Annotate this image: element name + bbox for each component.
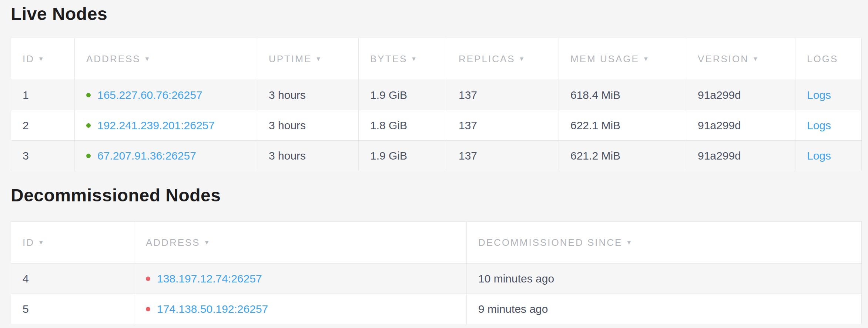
- node-uptime-cell: 3 hours: [257, 141, 359, 171]
- sort-arrow-icon: ▾: [627, 238, 631, 246]
- column-header-address[interactable]: ADDRESS▾: [75, 38, 257, 80]
- column-header-bytes[interactable]: BYTES▾: [359, 38, 447, 80]
- live-status-icon: [86, 93, 91, 97]
- node-id-cell: 5: [11, 294, 134, 324]
- decommissioned-nodes-table: ID▾ ADDRESS▾ DECOMMISSIONED SINCE▾ 4 138…: [11, 221, 862, 324]
- column-header-uptime[interactable]: UPTIME▾: [257, 38, 359, 80]
- logs-link[interactable]: Logs: [807, 119, 831, 131]
- decommissioned-status-icon: [146, 277, 150, 281]
- column-header-label: REPLICAS: [459, 53, 515, 64]
- node-logs-cell: Logs: [795, 110, 862, 141]
- column-header-label: VERSION: [698, 53, 749, 64]
- sort-arrow-icon: ▾: [316, 55, 320, 63]
- column-header-label: MEM USAGE: [570, 53, 639, 64]
- column-header-label: ADDRESS: [146, 237, 200, 248]
- node-address-link[interactable]: 192.241.239.201:26257: [97, 119, 215, 131]
- column-header-id[interactable]: ID▾: [11, 222, 134, 264]
- node-address-link[interactable]: 165.227.60.76:26257: [97, 89, 202, 101]
- sort-arrow-icon: ▾: [205, 238, 209, 246]
- column-header-mem-usage[interactable]: MEM USAGE▾: [559, 38, 686, 80]
- sort-arrow-icon: ▾: [39, 55, 43, 63]
- live-status-icon: [86, 123, 91, 128]
- sort-arrow-icon: ▾: [412, 55, 416, 63]
- column-header-decommissioned-since[interactable]: DECOMMISSIONED SINCE▾: [467, 222, 862, 264]
- nodes-page: Live Nodes ID▾ ADDRESS▾ UPTIME▾ BYTES▾ R…: [0, 0, 868, 328]
- column-header-label: UPTIME: [269, 53, 312, 64]
- node-replicas-cell: 137: [447, 80, 559, 110]
- node-uptime-cell: 3 hours: [257, 80, 359, 110]
- column-header-id[interactable]: ID▾: [11, 38, 75, 80]
- column-header-label: ADDRESS: [86, 53, 141, 64]
- node-bytes-cell: 1.9 GiB: [359, 80, 447, 110]
- decommissioned-nodes-header-row: ID▾ ADDRESS▾ DECOMMISSIONED SINCE▾: [11, 222, 862, 264]
- node-mem-usage-cell: 621.2 MiB: [559, 141, 686, 171]
- node-address-cell: 165.227.60.76:26257: [75, 80, 257, 110]
- node-decommissioned-since-cell: 10 minutes ago: [467, 264, 862, 294]
- decommissioned-status-icon: [146, 307, 150, 311]
- node-mem-usage-cell: 622.1 MiB: [559, 110, 686, 141]
- node-replicas-cell: 137: [447, 110, 559, 141]
- node-logs-cell: Logs: [795, 141, 862, 171]
- column-header-label: BYTES: [370, 53, 407, 64]
- node-uptime-cell: 3 hours: [257, 110, 359, 141]
- node-version-cell: 91a299d: [686, 110, 795, 141]
- column-header-label: DECOMMISSIONED SINCE: [478, 237, 622, 248]
- live-nodes-table: ID▾ ADDRESS▾ UPTIME▾ BYTES▾ REPLICAS▾ ME…: [11, 38, 862, 171]
- node-id-cell: 2: [11, 110, 75, 141]
- table-row: 3 67.207.91.36:26257 3 hours 1.9 GiB 137…: [11, 141, 862, 171]
- node-address-cell: 192.241.239.201:26257: [75, 110, 257, 141]
- logs-link[interactable]: Logs: [807, 150, 831, 162]
- sort-arrow-icon: ▾: [520, 55, 524, 63]
- node-mem-usage-cell: 618.4 MiB: [559, 80, 686, 110]
- sort-arrow-icon: ▾: [644, 55, 648, 63]
- sort-arrow-icon: ▾: [39, 238, 43, 246]
- column-header-label: ID: [23, 237, 34, 248]
- column-header-label: LOGS: [807, 53, 838, 64]
- node-bytes-cell: 1.9 GiB: [359, 141, 447, 171]
- column-header-replicas[interactable]: REPLICAS▾: [447, 38, 559, 80]
- column-header-address[interactable]: ADDRESS▾: [134, 222, 467, 264]
- node-id-cell: 1: [11, 80, 75, 110]
- table-row: 2 192.241.239.201:26257 3 hours 1.8 GiB …: [11, 110, 862, 141]
- logs-link[interactable]: Logs: [807, 89, 831, 101]
- node-id-cell: 4: [11, 264, 134, 294]
- decommissioned-nodes-title: Decommissioned Nodes: [11, 185, 861, 206]
- node-address-link[interactable]: 138.197.12.74:26257: [157, 272, 262, 285]
- node-address-cell: 67.207.91.36:26257: [75, 141, 257, 171]
- sort-arrow-icon: ▾: [145, 55, 149, 63]
- column-header-version[interactable]: VERSION▾: [686, 38, 795, 80]
- live-nodes-header-row: ID▾ ADDRESS▾ UPTIME▾ BYTES▾ REPLICAS▾ ME…: [11, 38, 862, 80]
- live-status-icon: [86, 154, 91, 158]
- node-bytes-cell: 1.8 GiB: [359, 110, 447, 141]
- live-nodes-title: Live Nodes: [11, 4, 861, 24]
- sort-arrow-icon: ▾: [754, 55, 757, 63]
- node-address-cell: 174.138.50.192:26257: [134, 294, 467, 324]
- node-version-cell: 91a299d: [686, 80, 795, 110]
- node-address-link[interactable]: 67.207.91.36:26257: [97, 150, 196, 162]
- node-address-link[interactable]: 174.138.50.192:26257: [157, 303, 268, 315]
- table-row: 4 138.197.12.74:26257 10 minutes ago: [11, 264, 862, 294]
- column-header-logs: LOGS: [795, 38, 862, 80]
- node-version-cell: 91a299d: [686, 141, 795, 171]
- column-header-label: ID: [23, 53, 34, 64]
- table-row: 1 165.227.60.76:26257 3 hours 1.9 GiB 13…: [11, 80, 862, 110]
- node-decommissioned-since-cell: 9 minutes ago: [467, 294, 862, 324]
- node-replicas-cell: 137: [447, 141, 559, 171]
- node-address-cell: 138.197.12.74:26257: [134, 264, 467, 294]
- table-row: 5 174.138.50.192:26257 9 minutes ago: [11, 294, 862, 324]
- node-id-cell: 3: [11, 141, 75, 171]
- node-logs-cell: Logs: [795, 80, 862, 110]
